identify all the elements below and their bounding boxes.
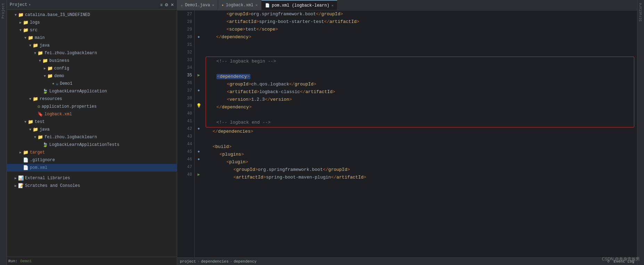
gutter-icons: ◆ ▶ ◆ 💡 ◆ ◆ <box>195 10 203 257</box>
expand-arrow-icon: ▼ <box>13 13 18 17</box>
scratches-icon: 📝 <box>18 183 24 189</box>
expand-arrow-icon: ▼ <box>28 97 33 101</box>
run-icon[interactable]: ▶ <box>197 72 200 79</box>
gutter-bookmark-45: ◆ <box>195 148 203 156</box>
tree-item-catalina[interactable]: ▼ 📁 catalina.base_IS_UNDEFINED <box>7 11 177 19</box>
tab-demo1[interactable]: ☕ Demo1.java ✕ <box>177 0 218 10</box>
folder-icon: 📁 <box>33 96 38 102</box>
line-num-43: 43 <box>187 133 192 140</box>
run-icon[interactable]: ▶ <box>197 171 200 179</box>
folder-icon: 📁 <box>47 73 53 79</box>
sidebar-hide-button[interactable]: ✕ <box>171 2 174 7</box>
tree-item-resources[interactable]: ▼ 📁 resources <box>7 95 177 103</box>
code-text: <plugins> <box>206 151 244 158</box>
tree-item-src[interactable]: ▼ 📁 src <box>7 26 177 34</box>
tree-item-config[interactable]: ▶ 📁 config <box>7 65 177 72</box>
spring-icon: 🍃 <box>42 89 48 94</box>
tree-item-test-class[interactable]: ▶ 🍃 LogbackLearnApplicationTests <box>7 141 177 149</box>
tree-item-label: application.properties <box>42 104 97 109</box>
folder-icon: 📁 <box>23 150 28 155</box>
tree-item-target[interactable]: ▶ 📁 target <box>7 149 177 156</box>
tree-item-demo[interactable]: ▼ 📁 demo <box>7 72 177 80</box>
gutter-run-35[interactable]: ▶ <box>195 72 203 79</box>
vtab-project[interactable]: Project <box>1 1 6 20</box>
gutter-bookmark-42: ◆ <box>195 125 203 133</box>
folder-icon: 📁 <box>28 35 33 41</box>
code-text: <groupId>org.springframework.boot</group… <box>206 10 343 18</box>
sidebar-title: Project ▾ <box>10 2 31 7</box>
tree-item-demo1[interactable]: ▶ ● ☕ Demo1 <box>7 80 177 88</box>
code-line-47: <groupId>org.springframework.boot</group… <box>206 166 634 174</box>
gutter-empty-38 <box>195 94 203 102</box>
tab-logback-xml[interactable]: ✦ logback.xml ✕ <box>218 0 262 10</box>
expand-arrow-icon: ▶ <box>18 20 23 25</box>
tree-item-test[interactable]: ▼ 📁 test <box>7 118 177 126</box>
tab-close-button[interactable]: ✕ <box>256 3 258 7</box>
tree-item-label: java <box>40 43 50 48</box>
dropdown-arrow-icon[interactable]: ▾ <box>28 3 31 7</box>
tree-item-app-properties[interactable]: ▶ ⚙ application.properties <box>7 103 177 110</box>
gutter-empty-41 <box>195 117 203 125</box>
sidebar-settings-button[interactable]: ⚙ <box>165 2 168 7</box>
code-text: </dependency> <box>206 103 251 111</box>
tree-item-label: logback.xml <box>44 112 72 117</box>
tree-item-logs[interactable]: ▶ 📁 logs <box>7 19 177 26</box>
sidebar-header: Project ▾ ≡ ⚙ ✕ <box>7 0 177 10</box>
code-line-45: <plugins> <box>206 151 634 158</box>
tree-item-java[interactable]: ▼ 📁 java <box>7 42 177 49</box>
breadcrumb-dependency[interactable]: dependency <box>234 259 257 264</box>
code-line-42: </dependencies> <box>206 128 634 135</box>
tree-item-label: Demo1 <box>60 81 72 86</box>
run-demo-label[interactable]: Demo1 <box>20 259 32 263</box>
tree-item-label: java <box>40 127 50 132</box>
bulb-icon[interactable]: 💡 <box>196 102 201 110</box>
structure-tab[interactable]: Structure <box>638 1 643 23</box>
watermark: CSDN @单身贵族男 <box>602 256 640 262</box>
pom-tab-icon: 📄 <box>265 3 270 8</box>
tree-item-logback-xml[interactable]: ▶ 🔖 logback.xml <box>7 110 177 118</box>
code-line-33: <!-- logback begin --> <box>206 58 634 65</box>
code-content[interactable]: <groupId>org.springframework.boot</group… <box>203 10 637 257</box>
tab-label: pom.xml (logback-learn) <box>272 3 330 8</box>
tab-label: Demo1.java <box>185 3 210 8</box>
tree-item-test-java[interactable]: ▼ 📁 java <box>7 126 177 133</box>
code-editor: 27 28 29 30 31 32 33 34 35 36 37 38 39 4… <box>177 10 637 257</box>
code-text: <build> <box>206 143 232 151</box>
gutter-empty-29 <box>195 26 203 33</box>
expand-arrow-icon: ▼ <box>23 120 28 124</box>
line-num-30: 30 <box>187 33 192 41</box>
tree-item-pom[interactable]: ▶ 📄 pom.xml <box>7 164 177 172</box>
code-text: <artifactId>logback-classic</artifactId> <box>206 88 335 96</box>
tree-item-test-fei[interactable]: ▼ 📁 fei.zhou.logbacklearn <box>7 133 177 141</box>
tree-item-scratches[interactable]: ▶ 📝 Scratches and Consoles <box>7 182 177 190</box>
gutter-run-48[interactable]: ▶ <box>195 171 203 179</box>
tree-item-fei-zhou[interactable]: ▼ 📁 fei.zhou.logbacklearn <box>7 49 177 57</box>
gitignore-icon: 📄 <box>23 157 28 163</box>
breadcrumb-sep-2: › <box>230 259 232 264</box>
gutter-empty-27 <box>195 10 203 18</box>
breadcrumb-project[interactable]: project <box>180 259 196 264</box>
code-line-27: <groupId>org.springframework.boot</group… <box>206 10 634 18</box>
tree-item-business[interactable]: ▼ 📁 business <box>7 57 177 65</box>
code-line-39: </dependency> <box>206 103 634 111</box>
gutter-bulb-39[interactable]: 💡 <box>195 102 203 110</box>
tree-item-label: fei.zhou.logbacklearn <box>44 135 97 140</box>
gutter-empty-36 <box>195 79 203 87</box>
tab-close-button[interactable]: ✕ <box>331 3 333 8</box>
code-text: <version>1.2.3</version> <box>206 96 292 103</box>
breadcrumb-dependencies[interactable]: dependencies <box>201 259 229 264</box>
tab-pom-xml[interactable]: 📄 pom.xml (logback-learn) ✕ <box>262 0 338 10</box>
code-line-36: <groupId>ch.qos.logback</groupId> <box>206 81 634 88</box>
expand-arrow-icon: ▼ <box>33 135 38 139</box>
code-line-29: <scope>test</scope> <box>206 26 634 33</box>
gutter-empty-28 <box>195 18 203 26</box>
tree-item-gitignore[interactable]: ▶ 📄 .gitignore <box>7 156 177 164</box>
run-label: Run: <box>8 259 17 263</box>
tab-close-button[interactable]: ✕ <box>212 3 214 7</box>
tree-item-ext-libs[interactable]: ▶ 📊 External Libraries <box>7 174 177 182</box>
sidebar-collapse-button[interactable]: ≡ <box>160 2 163 7</box>
tree-item-logbackapp[interactable]: ▶ 🍃 LogbackLearnApplication <box>7 88 177 95</box>
line-num-37: 37 <box>187 87 192 94</box>
tree-item-main[interactable]: ▼ 📁 main <box>7 34 177 42</box>
line-num-28: 28 <box>187 18 192 26</box>
